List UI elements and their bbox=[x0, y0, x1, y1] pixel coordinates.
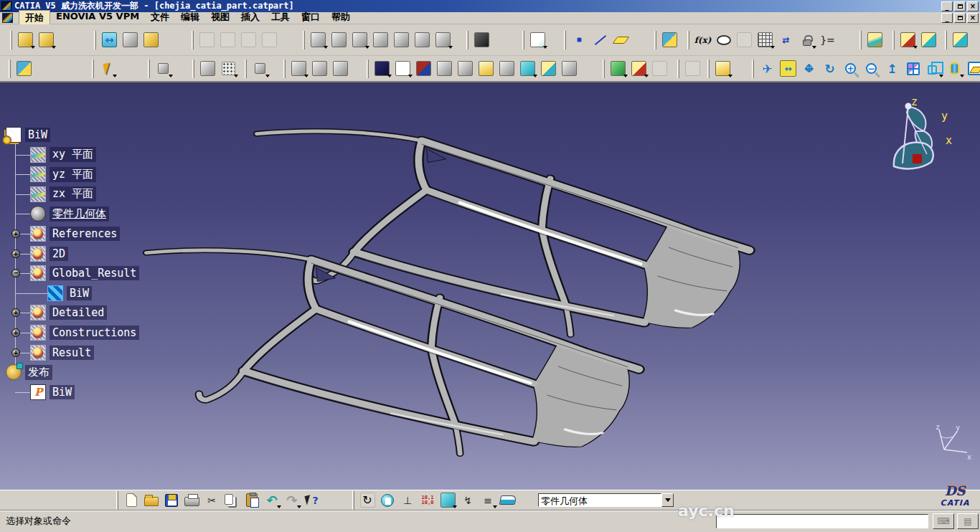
line-icon[interactable] bbox=[590, 30, 610, 49]
list-icon-dropdown-arrow[interactable] bbox=[493, 505, 497, 508]
toolbar-grip[interactable] bbox=[522, 31, 524, 49]
equivalent-dimensions-icon[interactable]: ⇄ bbox=[776, 30, 796, 49]
restore-button[interactable] bbox=[954, 1, 966, 11]
update-icon[interactable] bbox=[683, 59, 702, 78]
shaft-icon[interactable] bbox=[350, 30, 369, 49]
paint-icon[interactable] bbox=[331, 59, 350, 78]
pocket-icon[interactable] bbox=[329, 30, 349, 49]
doc-minimize-button[interactable]: _ bbox=[941, 13, 953, 23]
toolbar-grip[interactable] bbox=[192, 31, 194, 49]
whats-this-icon[interactable]: ? bbox=[303, 492, 321, 509]
power-input-button-1[interactable]: ⌨ bbox=[933, 513, 954, 529]
multi-view-icon[interactable] bbox=[903, 59, 923, 78]
redo-icon-dropdown-arrow[interactable] bbox=[297, 505, 301, 508]
minimize-button[interactable]: _ bbox=[941, 1, 953, 11]
tree-label[interactable]: Result bbox=[50, 346, 94, 360]
open-icon[interactable] bbox=[142, 492, 161, 509]
tree-label[interactable]: Global_Result bbox=[50, 266, 139, 280]
iso-view-icon[interactable] bbox=[924, 59, 943, 78]
design-table-icon[interactable] bbox=[755, 30, 775, 49]
surfaces-icon[interactable] bbox=[499, 492, 517, 509]
knowledge-comment-icon[interactable] bbox=[714, 30, 733, 49]
select-icon-dropdown-arrow[interactable] bbox=[113, 75, 117, 77]
biw-model[interactable] bbox=[0, 82, 980, 490]
instantiate-icon[interactable] bbox=[154, 59, 173, 78]
toolbar-grip[interactable] bbox=[466, 31, 468, 49]
instantiate-icon-dropdown-arrow[interactable] bbox=[169, 75, 173, 77]
extrude-icon[interactable] bbox=[372, 59, 392, 78]
body-selector-combo[interactable]: 零件几何体 bbox=[538, 493, 674, 507]
sphere-icon[interactable] bbox=[289, 59, 308, 78]
tree-icon-openbody[interactable] bbox=[30, 305, 46, 320]
tree-label[interactable]: 零件几何体 bbox=[50, 206, 109, 222]
menu-item-6[interactable]: 插入 bbox=[235, 10, 265, 26]
pan-icon[interactable]: ↔ bbox=[799, 59, 819, 78]
chamfer-icon[interactable] bbox=[497, 59, 517, 78]
mass-properties-icon[interactable] bbox=[141, 30, 161, 49]
circular-pattern-icon[interactable] bbox=[413, 30, 432, 49]
tree-icon-openbody[interactable] bbox=[30, 265, 46, 281]
toolbar-grip[interactable] bbox=[945, 31, 947, 49]
toolbar-grip[interactable] bbox=[564, 31, 566, 49]
toolbar-grip[interactable] bbox=[192, 60, 194, 78]
pdm-checkin-icon[interactable] bbox=[239, 30, 258, 49]
box-icon[interactable] bbox=[433, 30, 453, 49]
pdm-open-icon[interactable] bbox=[218, 30, 237, 49]
untrim-icon[interactable] bbox=[629, 59, 649, 78]
pad-icon[interactable] bbox=[308, 30, 328, 49]
toolbar-grip[interactable] bbox=[283, 60, 286, 78]
new-from-icon[interactable] bbox=[16, 30, 35, 49]
menu-item-1[interactable]: 开始 bbox=[19, 10, 50, 26]
toolbar-grip[interactable] bbox=[116, 491, 118, 510]
tree-expander-plus[interactable]: + bbox=[11, 229, 20, 238]
zoom-in-icon[interactable]: + bbox=[841, 59, 860, 78]
redo-icon[interactable]: ↷ bbox=[283, 492, 301, 509]
toolbar-grip[interactable] bbox=[892, 31, 895, 49]
lock-icon[interactable] bbox=[797, 30, 816, 49]
rotate-icon[interactable]: ↻ bbox=[820, 59, 839, 78]
toolbar-grip[interactable] bbox=[367, 60, 369, 78]
grid-icon-dropdown-arrow[interactable] bbox=[234, 75, 238, 77]
normal-view-icon[interactable]: ↥ bbox=[882, 59, 902, 78]
body-selector-value[interactable]: 零件几何体 bbox=[538, 493, 661, 507]
healing-icon[interactable] bbox=[608, 59, 628, 78]
list-icon[interactable]: ≡ bbox=[479, 492, 497, 509]
boundary-icon[interactable] bbox=[393, 59, 413, 78]
hide-show-icon[interactable] bbox=[966, 59, 980, 78]
sphere-icon-dropdown-arrow[interactable] bbox=[304, 75, 308, 77]
fly-mode-icon[interactable]: ✈ bbox=[758, 59, 777, 78]
close-button[interactable]: × bbox=[967, 1, 979, 11]
select-icon[interactable] bbox=[98, 59, 117, 78]
tree-label[interactable]: References bbox=[50, 227, 120, 241]
tree-icon-plane[interactable] bbox=[30, 186, 46, 202]
toolbar-grip[interactable] bbox=[603, 60, 605, 78]
tolerance-icon[interactable]: 10,1 10,0 bbox=[418, 492, 437, 509]
tree-icon-openbody[interactable] bbox=[30, 246, 46, 262]
toolbar-grip[interactable] bbox=[94, 31, 96, 49]
product-functions-icon[interactable] bbox=[951, 30, 970, 49]
menu-item-8[interactable]: 窗口 bbox=[296, 10, 326, 26]
tree-label[interactable]: BiW bbox=[67, 286, 92, 300]
tree-label[interactable]: BiW bbox=[50, 385, 75, 399]
tree-label[interactable]: 2D bbox=[50, 247, 68, 261]
tree-label[interactable]: yz 平面 bbox=[50, 167, 96, 182]
tree-label[interactable]: Constructions bbox=[50, 326, 139, 340]
print-icon[interactable] bbox=[182, 492, 201, 509]
toolbar-grip[interactable] bbox=[752, 60, 754, 78]
undo-icon-dropdown-arrow[interactable] bbox=[277, 505, 281, 508]
cut-icon[interactable]: ✂ bbox=[202, 492, 221, 509]
exchange-icon[interactable] bbox=[438, 492, 457, 509]
copy-icon[interactable] bbox=[222, 492, 241, 509]
loft-icon[interactable] bbox=[560, 59, 579, 78]
workbench-icon[interactable] bbox=[2, 13, 13, 23]
cylinder-icon[interactable] bbox=[435, 59, 454, 78]
tree-icon-plane[interactable] bbox=[30, 166, 46, 182]
save-icon[interactable] bbox=[162, 492, 181, 509]
join-icon[interactable] bbox=[518, 59, 537, 78]
extract-icon-dropdown-arrow[interactable] bbox=[728, 75, 732, 77]
toolbar-grip[interactable] bbox=[654, 31, 656, 49]
measure-icon[interactable]: ↔ bbox=[100, 30, 119, 49]
knowledge-pattern-icon-dropdown-arrow[interactable] bbox=[913, 46, 918, 49]
toolbar-grip[interactable] bbox=[92, 60, 94, 78]
point-icon[interactable] bbox=[570, 30, 589, 49]
